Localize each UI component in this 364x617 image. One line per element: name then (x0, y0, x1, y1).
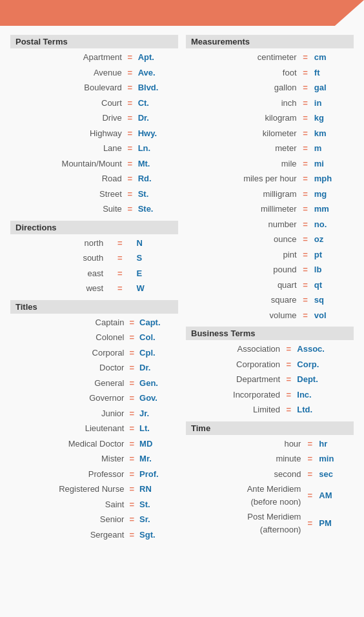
term-cell: north (10, 236, 105, 251)
table-row: Corporation=Corp. (186, 357, 354, 372)
term-cell: Boulevard (10, 80, 123, 96)
abbr-cell: Apt. (137, 50, 178, 65)
abbr-cell: mph (313, 171, 354, 187)
table-row: second=sec (186, 467, 354, 482)
term-cell: kilometer (186, 126, 298, 141)
table-row: minute=min (186, 451, 354, 467)
abbr-table: centimeter=cmfoot=ftgallon=galinch=inkil… (186, 50, 354, 323)
equals-sign: = (298, 217, 313, 232)
term-cell: Corporal (10, 345, 125, 361)
abbr-cell: S (136, 250, 178, 266)
abbr-cell: Gov. (138, 390, 178, 406)
term-cell: millimeter (186, 201, 298, 217)
term-cell: second (186, 467, 302, 482)
term-cell: Lieutenant (10, 421, 125, 436)
term-cell: Captain (10, 315, 125, 330)
abbr-cell: Mr. (138, 451, 178, 467)
equals-sign: = (302, 467, 318, 482)
table-row: Highway=Hwy. (10, 126, 178, 141)
abbr-cell: RN (138, 481, 178, 497)
abbr-cell: St. (138, 497, 178, 512)
equals-sign: = (298, 232, 313, 247)
equals-sign: = (123, 126, 137, 141)
equals-sign: = (125, 436, 138, 452)
abbr-cell: Blvd. (137, 80, 178, 96)
abbr-cell: qt (313, 278, 354, 293)
table-row: west=W (10, 281, 178, 296)
equals-sign: = (123, 50, 137, 65)
section-directions: Directionsnorth=Nsouth=Seast=Ewest=W (10, 221, 178, 296)
abbr-table: hour=hrminute=minsecond=secAnte Meridiem… (186, 436, 354, 538)
equals-sign: = (123, 110, 137, 126)
equals-sign: = (281, 402, 296, 418)
equals-sign: = (123, 96, 137, 111)
abbr-table: north=Nsouth=Seast=Ewest=W (10, 236, 178, 296)
equals-sign: = (302, 509, 318, 537)
abbr-cell: AM (318, 481, 354, 509)
abbr-cell: E (136, 266, 178, 281)
abbr-table: Association=Assoc.Corporation=Corp.Depar… (186, 341, 354, 418)
term-cell: pound (186, 262, 298, 278)
equals-sign: = (298, 278, 313, 293)
term-cell: Saint (10, 497, 125, 512)
table-row: Lieutenant=Lt. (10, 421, 178, 436)
section-header: Titles (10, 300, 178, 314)
equals-sign: = (298, 126, 313, 141)
abbr-cell: no. (313, 217, 354, 232)
term-cell: Road (10, 171, 123, 187)
table-row: Colonel=Col. (10, 330, 178, 345)
table-row: mile=mi (186, 156, 354, 172)
term-cell: west (10, 281, 105, 296)
abbr-cell: Jr. (138, 406, 178, 421)
equals-sign: = (125, 360, 138, 376)
table-row: Registered Nurse=RN (10, 481, 178, 497)
term-cell: south (10, 250, 105, 266)
equals-sign: = (123, 201, 137, 217)
equals-sign: = (298, 65, 313, 81)
equals-sign: = (281, 387, 296, 403)
equals-sign: = (125, 512, 138, 527)
table-row: Captain=Capt. (10, 315, 178, 330)
abbr-cell: Sgt. (138, 527, 178, 543)
term-cell: Colonel (10, 330, 125, 345)
page-header (0, 0, 364, 26)
term-cell: mile (186, 156, 298, 172)
term-cell: Doctor (10, 360, 125, 376)
table-row: south=S (10, 250, 178, 266)
term-cell: Professor (10, 467, 125, 482)
equals-sign: = (298, 187, 313, 202)
equals-sign: = (125, 467, 138, 482)
term-cell: square (186, 292, 298, 308)
term-cell: kilogram (186, 110, 298, 126)
equals-sign: = (105, 236, 135, 251)
left-column: Postal TermsApartment=Apt.Avenue=Ave.Bou… (6, 35, 182, 546)
equals-sign: = (125, 315, 138, 330)
equals-sign: = (105, 281, 135, 296)
abbr-cell: Inc. (296, 387, 354, 403)
term-cell: Highway (10, 126, 123, 141)
equals-sign: = (298, 262, 313, 278)
equals-sign: = (302, 481, 318, 509)
term-cell: inch (186, 96, 298, 111)
abbr-cell: Hwy. (137, 126, 178, 141)
abbr-cell: min (318, 451, 354, 467)
table-row: inch=in (186, 96, 354, 111)
table-row: Road=Rd. (10, 171, 178, 187)
abbr-cell: oz (313, 232, 354, 247)
term-cell: Mountain/Mount (10, 156, 123, 172)
equals-sign: = (298, 292, 313, 308)
term-cell: Apartment (10, 50, 123, 65)
equals-sign: = (125, 497, 138, 512)
abbr-cell: sq (313, 292, 354, 308)
table-row: gallon=gal (186, 80, 354, 96)
abbr-cell: mm (313, 201, 354, 217)
table-row: Boulevard=Blvd. (10, 80, 178, 96)
term-cell: Post Meridiem(afternoon) (186, 509, 302, 537)
abbr-cell: Dept. (296, 372, 354, 387)
abbr-cell: Rd. (137, 171, 178, 187)
term-cell: Suite (10, 201, 123, 217)
table-row: Ante Meridiem(before noon)=AM (186, 481, 354, 509)
table-row: pound=lb (186, 262, 354, 278)
term-cell: hour (186, 436, 302, 452)
abbr-cell: pt (313, 247, 354, 263)
